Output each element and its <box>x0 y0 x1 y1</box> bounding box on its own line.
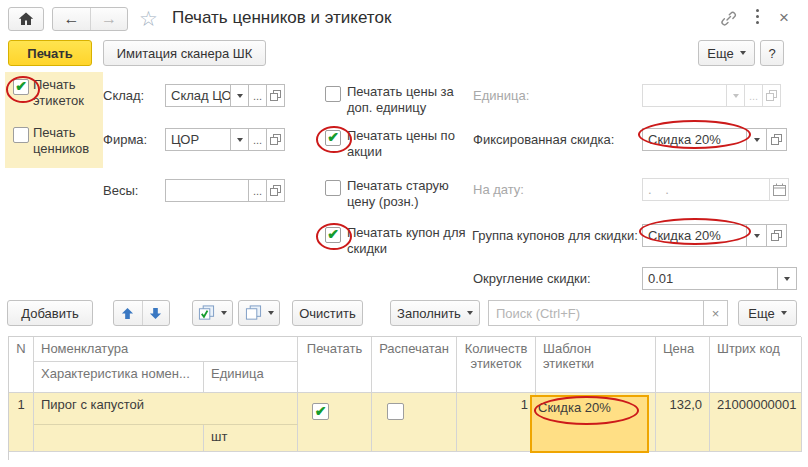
on-date-label: На дату: <box>473 182 524 197</box>
table-more-button[interactable]: Еще <box>738 300 797 326</box>
fill-table-button[interactable]: Заполнить <box>390 300 480 326</box>
row-cell-qty[interactable]: 1 <box>457 393 536 452</box>
discount-rounding-label: Округление скидки: <box>473 271 591 286</box>
company-ellipsis-button[interactable]: ... <box>248 128 267 151</box>
unit-dropdown-button[interactable] <box>726 84 745 107</box>
coupon-group-open-button[interactable] <box>766 224 787 247</box>
scales-ellipsis-button[interactable]: ... <box>248 179 267 202</box>
print-promo-price-checkbox[interactable]: ✔ <box>325 130 341 146</box>
open-icon <box>270 185 281 196</box>
discount-rounding-dropdown-button[interactable] <box>777 267 797 290</box>
company-open-button[interactable] <box>266 128 285 151</box>
close-icon[interactable]: × <box>779 9 789 26</box>
fixed-discount-dropdown-button[interactable] <box>746 128 767 151</box>
print-labels-checkbox[interactable]: ✔ <box>13 79 29 95</box>
search-clear-button[interactable]: × <box>703 301 727 325</box>
col-header-qty[interactable]: Количеств этикеток <box>457 337 536 393</box>
row-cell-template-selected[interactable]: Скидка 20% <box>530 395 649 453</box>
copy-rows-button[interactable] <box>238 300 280 326</box>
back-button[interactable]: ← <box>53 8 90 30</box>
row-cell-unit[interactable]: шт <box>204 425 298 452</box>
arrow-up-icon <box>121 307 134 320</box>
print-extra-unit-price-checkbox[interactable] <box>325 86 341 102</box>
chevron-down-icon <box>781 311 787 315</box>
fixed-discount-open-button[interactable] <box>766 128 787 151</box>
row-printed-checkbox[interactable] <box>387 403 404 420</box>
on-date-calendar-button[interactable] <box>769 178 789 201</box>
help-button[interactable]: ? <box>760 40 784 66</box>
company-dropdown-button[interactable] <box>230 128 249 151</box>
on-date-input[interactable]: . . <box>642 178 770 201</box>
unit-ellipsis-button[interactable]: ... <box>744 84 763 107</box>
add-row-button[interactable]: Добавить <box>7 300 93 326</box>
check-icon: ✔ <box>15 79 27 93</box>
print-extra-unit-price-label: Печатать цены за доп. единицу <box>347 84 469 116</box>
warehouse-input[interactable]: Склад ЦОР <box>165 84 231 107</box>
move-row-down-button[interactable] <box>142 301 170 325</box>
col-header-price[interactable]: Цена <box>656 337 710 393</box>
more-menu-icon[interactable] <box>756 9 760 27</box>
on-date-field: . . <box>642 178 789 201</box>
table-more-label: Еще <box>748 306 774 321</box>
move-row-buttons <box>113 300 170 326</box>
unit-input[interactable] <box>642 84 727 107</box>
warehouse-open-button[interactable] <box>266 84 285 107</box>
warehouse-field: Склад ЦОР ... <box>165 84 285 107</box>
forward-button[interactable]: → <box>90 8 127 30</box>
home-button[interactable] <box>8 7 44 31</box>
nav-buttons: ← → <box>52 7 128 31</box>
scales-open-button[interactable] <box>266 179 285 202</box>
print-labels-checkbox-label: Печать этикеток <box>33 77 97 109</box>
row-cell-printed[interactable] <box>372 393 457 452</box>
col-header-barcode[interactable]: Штрих код <box>710 337 802 393</box>
link-icon[interactable] <box>720 10 737 27</box>
print-pricetags-checkbox[interactable] <box>13 127 29 143</box>
col-header-print[interactable]: Печатать <box>298 337 372 393</box>
col-header-unit[interactable]: Единица <box>204 362 298 393</box>
check-icon: ✔ <box>315 404 327 418</box>
scales-field: ... <box>165 179 285 202</box>
arrow-down-icon <box>149 307 162 320</box>
row-cell-barcode[interactable]: 21000000001 <box>710 393 802 452</box>
search-input[interactable] <box>489 301 703 325</box>
coupon-group-input[interactable]: Скидка 20% <box>642 224 747 247</box>
check-icon: ✔ <box>327 130 339 144</box>
chevron-down-icon <box>754 234 760 238</box>
print-discount-coupon-checkbox[interactable]: ✔ <box>325 227 341 243</box>
scales-input[interactable] <box>165 179 249 202</box>
col-header-template[interactable]: Шаблон этикетки <box>536 337 656 393</box>
warehouse-ellipsis-button[interactable]: ... <box>248 84 267 107</box>
calendar-icon <box>773 183 786 196</box>
row-cell-characteristic[interactable] <box>34 425 204 452</box>
coupon-group-dropdown-button[interactable] <box>746 224 767 247</box>
print-discount-coupon-label: Печатать купон для скидки <box>347 225 469 257</box>
chevron-down-icon <box>754 138 760 142</box>
col-header-n[interactable]: N <box>9 337 34 393</box>
warehouse-dropdown-button[interactable] <box>230 84 249 107</box>
fixed-discount-field: Скидка 20% <box>642 128 787 151</box>
form-more-button[interactable]: Еще <box>698 40 755 66</box>
unit-open-button[interactable] <box>762 84 781 107</box>
move-row-up-button[interactable] <box>114 301 142 325</box>
row-print-checkbox[interactable]: ✔ <box>312 403 329 420</box>
discount-rounding-input[interactable]: 0.01 <box>642 267 778 290</box>
open-icon <box>771 230 782 241</box>
favorite-star-icon[interactable]: ☆ <box>139 8 158 29</box>
col-header-characteristic[interactable]: Характеристика номен... <box>34 362 204 393</box>
clear-table-button[interactable]: Очистить <box>292 300 363 326</box>
back-icon: ← <box>64 11 80 27</box>
scanner-simulation-button[interactable]: Имитация сканера ШК <box>103 40 266 66</box>
set-checkmarks-button[interactable] <box>192 300 233 326</box>
open-icon <box>270 90 281 101</box>
row-cell-print[interactable] <box>298 393 372 452</box>
print-promo-price-label: Печатать цены по акции <box>347 128 469 160</box>
row-cell-price[interactable]: 132,0 <box>656 393 710 452</box>
col-header-printed[interactable]: Распечатан <box>372 337 457 393</box>
fixed-discount-input[interactable]: Скидка 20% <box>642 128 747 151</box>
row-cell-nomenclature[interactable]: Пирог с капустой <box>34 393 298 425</box>
col-header-nomenclature[interactable]: Номенклатура <box>34 337 298 362</box>
row-cell-n[interactable]: 1 <box>9 393 34 452</box>
print-old-price-checkbox[interactable] <box>325 180 341 196</box>
print-button[interactable]: Печать <box>8 40 92 66</box>
company-input[interactable]: ЦОР <box>165 128 231 151</box>
